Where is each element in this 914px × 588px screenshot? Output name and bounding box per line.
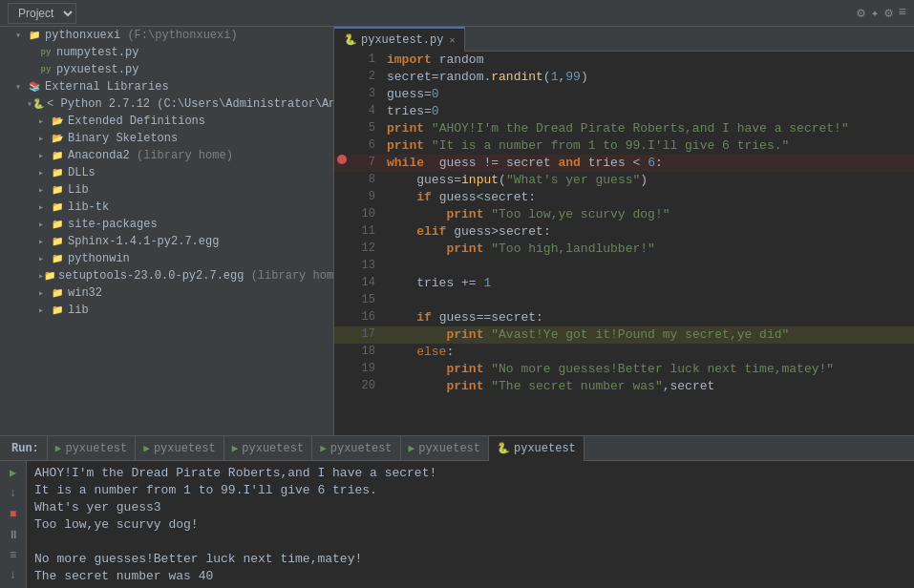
tab-bar: 🐍 pyxuetest.py ✕ — [334, 27, 914, 52]
py-icon: py — [38, 47, 53, 58]
code-text-10: print "Too low,ye scurvy dog!" — [383, 206, 670, 221]
sidebar-item-site-packages[interactable]: 📁 site-packages — [0, 216, 333, 233]
arrow-icon — [38, 253, 50, 264]
code-text-4: tries=0 — [383, 103, 439, 118]
line-num-6: 6 — [350, 137, 383, 152]
run-tab-label-1: pyxuetest — [65, 442, 127, 455]
run-down-button[interactable]: ↓ — [4, 486, 23, 503]
code-line-3: 3 guess=0 — [334, 86, 914, 103]
run-tab-4[interactable]: ▶ pyxuetest — [312, 436, 400, 461]
sidebar-item-extra: (library home) — [244, 269, 334, 283]
code-line-5: 5 print "AHOY!I'm the Dread Pirate Rober… — [334, 120, 914, 137]
code-line-13: 13 — [334, 258, 914, 275]
run-pause-button[interactable]: ⏸ — [4, 527, 23, 544]
code-line-14: 14 tries += 1 — [334, 275, 914, 292]
sidebar-item-label: pyxuetest.py — [56, 63, 138, 76]
sidebar-item-lib2[interactable]: 📁 lib — [0, 302, 333, 319]
code-text-6: print "It is a number from 1 to 99.I'll … — [383, 137, 789, 153]
run-stop-button[interactable]: ■ — [4, 506, 23, 523]
code-line-16: 16 if guess==secret: — [334, 309, 914, 326]
sidebar-item-label: DLLs — [68, 166, 96, 179]
run-tab-5[interactable]: ▶ pyxuetest — [401, 436, 489, 461]
run-tab-1[interactable]: ▶ pyxuetest — [48, 436, 136, 461]
folder-icon: 📁 — [50, 150, 65, 161]
arrow-icon — [38, 150, 50, 161]
run-tab-icon-1: ▶ — [55, 442, 62, 454]
output-line-7: The secret number was 40 — [34, 568, 906, 585]
sidebar-item-label: < Python 2.7.12 (C:\Users\Administrator\… — [47, 97, 334, 111]
add-icon[interactable]: ✦ — [871, 5, 879, 21]
sidebar-item-label: External Libraries — [45, 80, 169, 94]
project-dropdown[interactable]: Project — [8, 3, 76, 24]
run-tab-3[interactable]: ▶ pyxuetest — [224, 436, 312, 461]
line-num-13: 13 — [350, 258, 383, 272]
arrow-icon — [15, 30, 27, 41]
output-line-5 — [34, 534, 906, 551]
bottom-panel: Run: ▶ pyxuetest ▶ pyxuetest ▶ pyxuetest… — [0, 435, 914, 588]
code-text-1: import random — [383, 52, 483, 67]
sidebar-item-setuptools[interactable]: 📁 setuptools-23.0.0-py2.7.egg (library h… — [0, 267, 333, 284]
tab-py-icon: 🐍 — [344, 33, 357, 46]
sidebar-item-sphinx[interactable]: 📁 Sphinx-1.4.1-py2.7.egg — [0, 233, 333, 250]
sidebar-item-pythonxuexi[interactable]: 📁 pythonxuexi (F:\pythonxuexi) — [0, 27, 333, 44]
code-line-6: 6 print "It is a number from 1 to 99.I'l… — [334, 137, 914, 155]
tab-pyxuetest[interactable]: 🐍 pyxuetest.py ✕ — [334, 27, 465, 52]
code-text-17: print "Avast!Ye got it!Pound my secret,y… — [383, 326, 789, 342]
run-tab-label-2: pyxuetest — [154, 442, 216, 455]
project-icon: 📁 — [27, 30, 42, 41]
line-num-10: 10 — [350, 206, 383, 220]
toolbar-icons: ⚙ ✦ ⚙ ≡ — [857, 5, 906, 21]
code-line-9: 9 if guess<secret: — [334, 189, 914, 206]
sidebar-item-label: Anaconda2 — [68, 149, 130, 162]
folder-icon: 📁 — [50, 219, 65, 230]
line-num-1: 1 — [350, 52, 383, 66]
run-label: Run: — [4, 436, 48, 461]
arrow-icon — [38, 184, 50, 196]
sidebar-item-pyxuetest[interactable]: py pyxuetest.py — [0, 61, 333, 78]
folder-icon: 📁 — [50, 201, 65, 213]
code-editor[interactable]: 1 import random 2 secret=random.randint(… — [334, 52, 914, 435]
line-num-20: 20 — [350, 378, 383, 392]
code-line-18: 18 else: — [334, 344, 914, 361]
code-text-8: guess=input("What's yer guess") — [383, 172, 648, 187]
sidebar-item-win32[interactable]: 📁 win32 — [0, 284, 333, 302]
run-play-button[interactable]: ▶ — [4, 465, 23, 482]
sidebar-item-binary-skeletons[interactable]: 📂 Binary Skeletons — [0, 130, 333, 147]
run-tab-6[interactable]: 🐍 pyxuetest — [489, 436, 585, 461]
sidebar-item-label: Sphinx-1.4.1-py2.7.egg — [68, 235, 219, 248]
run-tab-label-3: pyxuetest — [242, 442, 304, 455]
sidebar-item-lib-tk[interactable]: 📁 lib-tk — [0, 199, 333, 216]
run-scroll-button[interactable]: ↓ — [4, 568, 23, 585]
sidebar-item-ext-definitions[interactable]: 📂 Extended Definitions — [0, 113, 333, 130]
code-text-18: else: — [383, 344, 454, 359]
settings-icon[interactable]: ⚙ — [857, 5, 864, 21]
sidebar-item-numpytest[interactable]: py numpytest.py — [0, 44, 333, 61]
line-num-8: 8 — [350, 172, 383, 186]
run-tab-2[interactable]: ▶ pyxuetest — [136, 436, 223, 461]
sidebar-item-pythonwin[interactable]: 📁 pythonwin — [0, 250, 333, 267]
top-bar: Project ⚙ ✦ ⚙ ≡ — [0, 0, 914, 27]
tab-close-icon[interactable]: ✕ — [449, 34, 455, 46]
arrow-icon — [38, 236, 50, 247]
menu-icon[interactable]: ≡ — [899, 5, 906, 21]
sidebar-item-dlls[interactable]: 📁 DLLs — [0, 164, 333, 181]
output-line-4: Too low,ye scurvy dog! — [34, 516, 906, 534]
output-line-1: AHOY!I'm the Dread Pirate Roberts,and I … — [34, 465, 906, 482]
sidebar-item-python2712[interactable]: 🐍 < Python 2.7.12 (C:\Users\Administrato… — [0, 95, 333, 113]
code-text-20: print "The secret number was",secret — [383, 378, 714, 393]
folder-icon: 📂 — [50, 133, 65, 144]
sidebar-item-label: Extended Definitions — [68, 115, 205, 128]
sidebar-item-external-libraries[interactable]: 📚 External Libraries — [0, 78, 333, 95]
config-icon[interactable]: ⚙ — [884, 5, 892, 21]
run-tab-icon-4: ▶ — [320, 442, 327, 454]
code-text-3: guess=0 — [383, 86, 439, 101]
arrow-icon — [38, 167, 50, 178]
line-num-19: 19 — [350, 361, 383, 375]
code-text-13 — [383, 258, 387, 259]
run-content: ▶ ↓ ■ ⏸ ≡ ↓ AHOY!I'm the Dread Pirate Ro… — [0, 461, 914, 588]
sidebar-item-anaconda2[interactable]: 📁 Anaconda2 (library home) — [0, 147, 333, 164]
folder-icon: 📁 — [50, 184, 65, 196]
sidebar-item-label: lib — [68, 304, 89, 317]
run-settings-button[interactable]: ≡ — [4, 547, 23, 564]
sidebar-item-lib[interactable]: 📁 Lib — [0, 181, 333, 199]
